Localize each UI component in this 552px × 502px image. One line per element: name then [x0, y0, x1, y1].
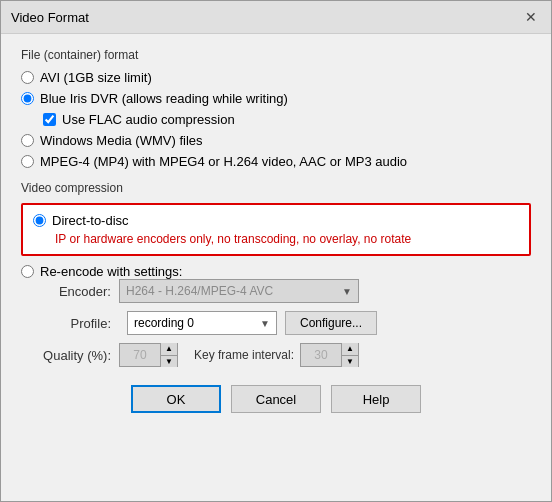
quality-row: Quality (%): 70 ▲ ▼ Key frame interval: …: [41, 343, 531, 367]
file-format-section-label: File (container) format: [21, 48, 531, 62]
video-compression-divider: Video compression: [21, 181, 531, 195]
encoder-combo[interactable]: H264 - H.264/MPEG-4 AVC ▼: [119, 279, 359, 303]
keyframe-section: Key frame interval: 30 ▲ ▼: [194, 343, 359, 367]
mpeg4-label: MPEG-4 (MP4) with MPEG4 or H.264 video, …: [40, 154, 407, 169]
title-bar: Video Format ✕: [1, 1, 551, 34]
encoder-combo-arrow: ▼: [342, 286, 352, 297]
mpeg4-radio[interactable]: [21, 155, 34, 168]
reencode-option[interactable]: Re-encode with settings:: [21, 264, 531, 279]
close-button[interactable]: ✕: [521, 7, 541, 27]
wmv-option[interactable]: Windows Media (WMV) files: [21, 133, 531, 148]
keyframe-label: Key frame interval:: [194, 348, 294, 362]
configure-button[interactable]: Configure...: [285, 311, 377, 335]
keyframe-input[interactable]: 30: [301, 344, 341, 366]
wmv-radio[interactable]: [21, 134, 34, 147]
button-row: OK Cancel Help: [21, 385, 531, 427]
avi-option[interactable]: AVI (1GB size limit): [21, 70, 531, 85]
cancel-button[interactable]: Cancel: [231, 385, 321, 413]
quality-label: Quality (%):: [41, 348, 111, 363]
encoder-row: Encoder: H264 - H.264/MPEG-4 AVC ▼: [41, 279, 531, 303]
keyframe-decrement-button[interactable]: ▼: [342, 356, 358, 368]
direct-disc-label: Direct-to-disc: [52, 213, 129, 228]
video-format-dialog: Video Format ✕ File (container) format A…: [0, 0, 552, 502]
profile-value: recording 0: [134, 316, 194, 330]
flac-checkbox[interactable]: [43, 113, 56, 126]
flac-label: Use FLAC audio compression: [62, 112, 235, 127]
quality-increment-button[interactable]: ▲: [161, 343, 177, 356]
keyframe-spinner-buttons: ▲ ▼: [341, 343, 358, 367]
blue-iris-radio[interactable]: [21, 92, 34, 105]
flac-option[interactable]: Use FLAC audio compression: [43, 112, 531, 127]
help-button[interactable]: Help: [331, 385, 421, 413]
direct-to-disc-box: Direct-to-disc IP or hardware encoders o…: [21, 203, 531, 256]
profile-combo[interactable]: recording 0 ▼: [127, 311, 277, 335]
direct-disc-note: IP or hardware encoders only, no transco…: [55, 232, 519, 246]
blue-iris-option[interactable]: Blue Iris DVR (allows reading while writ…: [21, 91, 531, 106]
reencode-label: Re-encode with settings:: [40, 264, 182, 279]
profile-label: Profile:: [41, 316, 111, 331]
blue-iris-label: Blue Iris DVR (allows reading while writ…: [40, 91, 288, 106]
video-compression-section-label: Video compression: [21, 181, 531, 195]
direct-disc-option[interactable]: Direct-to-disc: [33, 213, 519, 228]
encoder-label: Encoder:: [41, 284, 111, 299]
mpeg4-option[interactable]: MPEG-4 (MP4) with MPEG4 or H.264 video, …: [21, 154, 531, 169]
quality-decrement-button[interactable]: ▼: [161, 356, 177, 368]
file-format-radio-group: AVI (1GB size limit) Blue Iris DVR (allo…: [21, 70, 531, 169]
avi-label: AVI (1GB size limit): [40, 70, 152, 85]
keyframe-spinner[interactable]: 30 ▲ ▼: [300, 343, 359, 367]
dialog-title: Video Format: [11, 10, 89, 25]
dialog-content: File (container) format AVI (1GB size li…: [1, 34, 551, 441]
quality-spinner[interactable]: 70 ▲ ▼: [119, 343, 178, 367]
reencode-radio[interactable]: [21, 265, 34, 278]
quality-left: Quality (%): 70 ▲ ▼: [41, 343, 178, 367]
quality-input[interactable]: 70: [120, 344, 160, 366]
keyframe-increment-button[interactable]: ▲: [342, 343, 358, 356]
profile-combo-arrow: ▼: [260, 318, 270, 329]
ok-button[interactable]: OK: [131, 385, 221, 413]
avi-radio[interactable]: [21, 71, 34, 84]
encoder-value: H264 - H.264/MPEG-4 AVC: [126, 284, 273, 298]
direct-disc-radio[interactable]: [33, 214, 46, 227]
quality-spinner-buttons: ▲ ▼: [160, 343, 177, 367]
profile-row: Profile: recording 0 ▼ Configure...: [41, 311, 531, 335]
wmv-label: Windows Media (WMV) files: [40, 133, 203, 148]
reencode-section: Re-encode with settings: Encoder: H264 -…: [21, 264, 531, 367]
